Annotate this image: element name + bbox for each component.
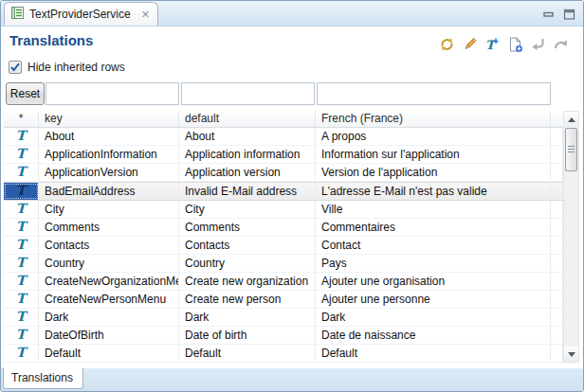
cell-key: City [39, 201, 179, 218]
cell-default: Application information [179, 146, 316, 163]
translation-type-icon: T [4, 164, 39, 181]
cell-key: Default [39, 345, 179, 362]
cell-default: Country [179, 255, 316, 272]
edit-pen-icon[interactable] [461, 36, 479, 53]
cell-french: Dark [316, 309, 551, 326]
triangle-down-icon [568, 352, 575, 357]
filter-input-default[interactable] [181, 82, 315, 105]
translation-type-icon: T [4, 291, 39, 308]
cell-default: Dark [179, 309, 316, 326]
add-translation-text-icon[interactable]: T + [484, 36, 502, 53]
cell-french: Version de l'application [316, 164, 551, 181]
translation-type-icon: T [4, 309, 39, 326]
triangle-up-icon [568, 117, 575, 122]
table-row[interactable]: T Comments Comments Commentaires [4, 219, 563, 237]
translation-type-icon: T [4, 237, 39, 254]
hide-inherited-row: Hide inherited rows [9, 61, 125, 74]
translation-type-icon: T [4, 273, 39, 290]
tab-close-icon[interactable]: ✕ [141, 9, 150, 20]
cell-french: Ville [316, 201, 551, 218]
tab-label: TextProviderService [29, 8, 131, 21]
column-header-default[interactable]: default [179, 111, 316, 127]
table-row[interactable]: T ApplicationVersion Application version… [4, 164, 563, 182]
text-provider-service-view: TextProviderService ✕ Translations [0, 0, 584, 392]
table-row[interactable]: T Country Country Pays [4, 255, 563, 273]
table-editor-icon [10, 6, 25, 23]
cell-filler [551, 201, 563, 218]
cell-filler [551, 327, 563, 344]
bottom-tab-translations[interactable]: Translations [3, 367, 83, 389]
translations-table: * key default French (France) T About Ab… [4, 111, 579, 363]
table-row[interactable]: T CreateNewOrganizationMe... Create new … [4, 273, 563, 291]
table-row[interactable]: T DateOfBirth Date of birth Date de nais… [4, 327, 563, 345]
table-row[interactable]: T About About A propos [4, 128, 563, 146]
cell-default: Create new person [179, 291, 316, 308]
cell-key: ApplicationInformation [39, 146, 179, 163]
cell-filler [551, 273, 563, 290]
table-row[interactable]: T ApplicationInformation Application inf… [4, 146, 563, 164]
table-body: T About About A propos T ApplicationInfo… [4, 128, 563, 363]
filter-row: Reset [1, 82, 583, 106]
cell-key: Country [39, 255, 179, 272]
translation-type-icon: T [4, 219, 39, 236]
column-header-filler [551, 111, 563, 127]
add-document-icon[interactable] [506, 36, 524, 53]
table-row[interactable]: T BadEmailAddress Invalid E-Mail address… [4, 182, 563, 201]
redo-arrow-icon-disabled [552, 36, 570, 53]
cell-key: Dark [39, 309, 179, 326]
cell-french: Default [316, 345, 551, 362]
cell-default: About [179, 128, 316, 145]
cell-french: Date de naissance [316, 327, 551, 344]
cell-default: City [179, 201, 316, 218]
cell-key: BadEmailAddress [39, 183, 179, 200]
hide-inherited-label: Hide inherited rows [27, 61, 125, 74]
minimize-view-icon[interactable] [542, 9, 555, 20]
vertical-scrollbar[interactable] [563, 111, 579, 363]
bottom-tabbar: Translations [1, 367, 583, 391]
translation-type-icon: T [4, 183, 39, 200]
svg-text:+: + [493, 37, 499, 46]
page-title: Translations [9, 32, 93, 48]
cell-filler [551, 183, 563, 200]
import-arrow-icon-disabled [529, 36, 547, 53]
cell-french: Commentaires [316, 219, 551, 236]
filter-input-french[interactable] [317, 82, 551, 105]
table-row[interactable]: T CreateNewPersonMenu Create new person … [4, 291, 563, 309]
table-row[interactable]: T City City Ville [4, 201, 563, 219]
table-row[interactable]: T Dark Dark Dark [4, 309, 563, 327]
filter-input-key[interactable] [46, 82, 179, 105]
cell-french: Ajouter une organisation [316, 273, 551, 290]
editor-tabbar: TextProviderService ✕ [1, 1, 583, 27]
maximize-view-icon[interactable] [563, 9, 575, 20]
cell-french: Ajouter une personne [316, 291, 551, 308]
scrollbar-grip [568, 146, 575, 153]
column-header-star[interactable]: * [4, 111, 39, 127]
scroll-down-button[interactable] [564, 347, 578, 362]
table-row[interactable]: T Contacts Contacts Contact [4, 237, 563, 255]
refresh-icon[interactable] [438, 36, 456, 53]
scrollbar-thumb[interactable] [565, 128, 577, 171]
cell-french: Contact [316, 237, 551, 254]
cell-filler [551, 219, 563, 236]
column-header-french[interactable]: French (France) [316, 111, 551, 127]
cell-french: Pays [316, 255, 551, 272]
cell-key: CreateNewPersonMenu [39, 291, 179, 308]
cell-filler [551, 345, 563, 362]
translation-type-icon: T [4, 146, 39, 163]
cell-filler [551, 146, 563, 163]
tab-textproviderservice[interactable]: TextProviderService ✕ [4, 2, 158, 26]
scroll-up-button[interactable] [564, 112, 578, 127]
column-header-key[interactable]: key [39, 111, 179, 127]
reset-button[interactable]: Reset [6, 82, 45, 105]
cell-key: DateOfBirth [39, 327, 179, 344]
cell-filler [551, 255, 563, 272]
cell-key: Contacts [39, 237, 179, 254]
translation-type-icon: T [4, 255, 39, 272]
table-header: * key default French (France) [4, 111, 563, 128]
cell-filler [551, 309, 563, 326]
hide-inherited-checkbox[interactable] [9, 61, 22, 74]
cell-default: Contacts [179, 237, 316, 254]
table-row[interactable]: T Default Default Default [4, 345, 563, 363]
cell-default: Date of birth [179, 327, 316, 344]
cell-key: Comments [39, 219, 179, 236]
